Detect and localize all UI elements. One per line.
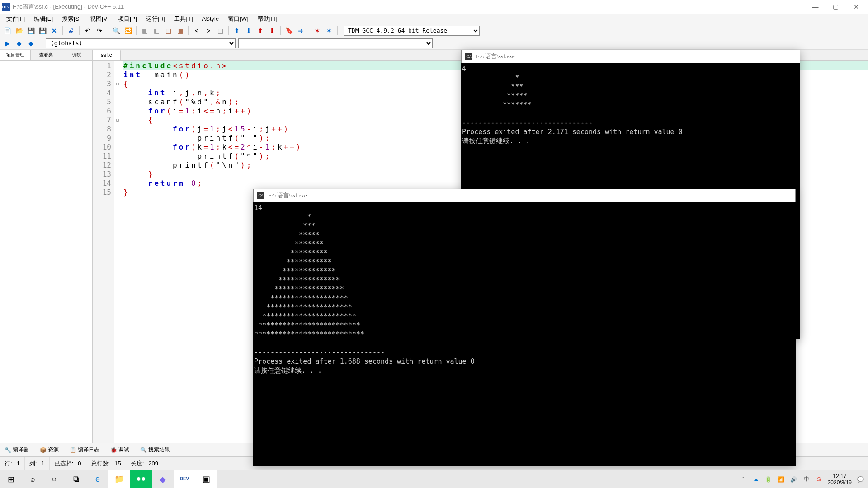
add-file-button[interactable]: ◆ bbox=[25, 38, 36, 49]
status-len-label: 长度: bbox=[131, 460, 144, 468]
devcpp-button[interactable]: DEV bbox=[174, 470, 195, 488]
status-col-label: 列: bbox=[29, 460, 37, 468]
sidebar-tab[interactable]: 查看类 bbox=[31, 50, 61, 60]
taskview-button[interactable]: ⧉ bbox=[65, 470, 87, 488]
status-line-label: 行: bbox=[5, 460, 12, 468]
clock-date: 2020/3/19 bbox=[828, 479, 852, 486]
nav-fwd-button[interactable]: ⬇ bbox=[243, 25, 254, 36]
tray-chevron-icon[interactable]: ˄ bbox=[739, 475, 747, 483]
find-button[interactable]: 🔍 bbox=[111, 25, 122, 36]
status-col: 1 bbox=[41, 460, 44, 467]
nav-up-button[interactable]: ⬆ bbox=[255, 25, 266, 36]
open-button[interactable]: 📂 bbox=[14, 25, 24, 36]
maximize-button[interactable]: ▢ bbox=[826, 0, 846, 14]
app-icon: DEV bbox=[2, 3, 10, 11]
redo-button[interactable]: ↷ bbox=[94, 25, 105, 36]
tray-onedrive-icon[interactable]: ☁ bbox=[752, 475, 760, 483]
menu-item[interactable]: 文件[F] bbox=[2, 14, 29, 24]
menu-item[interactable]: 项目[P] bbox=[113, 14, 142, 24]
status-line: 1 bbox=[17, 460, 20, 467]
bottom-tab[interactable]: 🐞调试 bbox=[108, 445, 132, 455]
print-button[interactable]: 🖨 bbox=[66, 25, 76, 36]
start-button[interactable]: ⊞ bbox=[0, 470, 22, 488]
wechat-button[interactable]: ●● bbox=[130, 470, 152, 488]
console-title-1[interactable]: C:\ F:\c语言\ssf.exe bbox=[461, 50, 800, 63]
globals-select[interactable]: (globals) bbox=[46, 38, 236, 48]
taskbar: ⊞ ⌕ ○ ⧉ e 📁 ●● ◆ DEV ▣ ˄ ☁ 🔋 📶 🔊 中 S 12:… bbox=[0, 470, 868, 488]
toolbar-secondary: ▶ ◆ ◆ (globals) bbox=[0, 37, 868, 50]
console-body-2: 14 * *** ***** ******* ********* *******… bbox=[253, 202, 796, 376]
notifications-button[interactable]: 💬 bbox=[856, 475, 864, 483]
undo-button[interactable]: ↶ bbox=[82, 25, 93, 36]
menu-item[interactable]: 搜索[S] bbox=[57, 14, 85, 24]
tray-volume-icon[interactable]: 🔊 bbox=[790, 475, 798, 483]
menu-item[interactable]: 视图[V] bbox=[85, 14, 113, 24]
tray-battery-icon[interactable]: 🔋 bbox=[764, 475, 773, 483]
close-button[interactable]: ✕ bbox=[846, 0, 866, 14]
menubar: 文件[F]编辑[E]搜索[S]视图[V]项目[P]运行[R]工具[T]AStyl… bbox=[0, 14, 868, 24]
explorer-button[interactable]: 📁 bbox=[108, 470, 130, 488]
file-tab[interactable]: ssf.c bbox=[93, 50, 121, 60]
save-all-button[interactable]: 💾 bbox=[37, 25, 48, 36]
minimize-button[interactable]: — bbox=[805, 0, 826, 14]
status-total-label: 总行数: bbox=[91, 460, 110, 468]
profile-button[interactable]: ▦ bbox=[215, 25, 226, 36]
nav-down-button[interactable]: ⬇ bbox=[267, 25, 278, 36]
menu-item[interactable]: AStyle bbox=[198, 14, 224, 23]
bottom-tab[interactable]: 🔍搜索结果 bbox=[137, 445, 173, 455]
function-select[interactable] bbox=[238, 38, 433, 48]
stop-button[interactable]: > bbox=[203, 25, 214, 36]
debug-button[interactable]: < bbox=[191, 25, 202, 36]
new-proj-button[interactable]: ▶ bbox=[2, 38, 13, 49]
console-body-1: 4 * *** ***** ******* ------------------… bbox=[461, 63, 800, 146]
save-button[interactable]: 💾 bbox=[25, 25, 36, 36]
console-icon: C:\ bbox=[257, 192, 264, 199]
app-button-1[interactable]: ◆ bbox=[152, 470, 174, 488]
tray-sogou-icon[interactable]: S bbox=[815, 475, 823, 483]
open-proj-button[interactable]: ◆ bbox=[14, 38, 24, 49]
console-button[interactable]: ▣ bbox=[195, 470, 217, 488]
search-button[interactable]: ⌕ bbox=[22, 470, 43, 488]
rebuild-button[interactable]: ▦ bbox=[175, 25, 185, 36]
goto-button[interactable]: ➜ bbox=[295, 25, 306, 36]
taskbar-clock[interactable]: 12:17 2020/3/19 bbox=[828, 473, 852, 486]
compile-run-button[interactable]: ▦ bbox=[163, 25, 174, 36]
compile-button[interactable]: ▦ bbox=[139, 25, 150, 36]
compiler-select[interactable]: TDM-GCC 4.9.2 64-bit Release bbox=[344, 26, 480, 36]
sidebar: 项目管理查看类调试 bbox=[0, 50, 93, 443]
bottom-tab[interactable]: 📋编译日志 bbox=[67, 445, 102, 455]
clock-time: 12:17 bbox=[828, 473, 852, 479]
tray-ime-icon[interactable]: 中 bbox=[802, 475, 811, 483]
status-sel: 0 bbox=[78, 460, 81, 467]
cortana-button[interactable]: ○ bbox=[43, 470, 65, 488]
new-file-button[interactable]: 📄 bbox=[2, 25, 13, 36]
menu-item[interactable]: 工具[T] bbox=[170, 14, 197, 24]
console-icon: C:\ bbox=[465, 53, 472, 60]
status-len: 209 bbox=[148, 460, 158, 467]
replace-button[interactable]: 🔁 bbox=[123, 25, 133, 36]
sidebar-tab[interactable]: 调试 bbox=[61, 50, 92, 60]
bottom-tab[interactable]: 🔧编译器 bbox=[2, 445, 32, 455]
trace-button[interactable]: ✶ bbox=[312, 25, 323, 36]
status-sel-label: 已选择: bbox=[54, 460, 74, 468]
window-title: F:\c语言\ssf.c - [Executing] - Dev-C++ 5.1… bbox=[13, 3, 805, 11]
toolbar-main: 📄 📂 💾 💾 ✕ 🖨 ↶ ↷ 🔍 🔁 ▦ ▦ ▦ ▦ < > ▦ ⬆ ⬇ ⬆ … bbox=[0, 24, 868, 37]
run-button[interactable]: ▦ bbox=[151, 25, 162, 36]
console-title-2[interactable]: C:\ F:\c语言\ssf.exe bbox=[253, 189, 796, 202]
console-window-2[interactable]: C:\ F:\c语言\ssf.exe 14 * *** ***** ******… bbox=[253, 189, 796, 466]
edge-button[interactable]: e bbox=[87, 470, 108, 488]
menu-item[interactable]: 窗口[W] bbox=[223, 14, 253, 24]
menu-item[interactable]: 运行[R] bbox=[142, 14, 170, 24]
bookmark-button[interactable]: 🔖 bbox=[283, 25, 294, 36]
close-file-button[interactable]: ✕ bbox=[49, 25, 60, 36]
watch-button[interactable]: ✶ bbox=[324, 25, 335, 36]
tray-wifi-icon[interactable]: 📶 bbox=[777, 475, 785, 483]
bottom-tab[interactable]: 📦资源 bbox=[37, 445, 61, 455]
menu-item[interactable]: 编辑[E] bbox=[29, 14, 57, 24]
console-title-text-2: F:\c语言\ssf.exe bbox=[268, 192, 307, 200]
menu-item[interactable]: 帮助[H] bbox=[253, 14, 282, 24]
sidebar-tab[interactable]: 项目管理 bbox=[0, 50, 31, 60]
console-title-text-1: F:\c语言\ssf.exe bbox=[476, 52, 515, 61]
nav-back-button[interactable]: ⬆ bbox=[231, 25, 242, 36]
titlebar: DEV F:\c语言\ssf.c - [Executing] - Dev-C++… bbox=[0, 0, 868, 14]
